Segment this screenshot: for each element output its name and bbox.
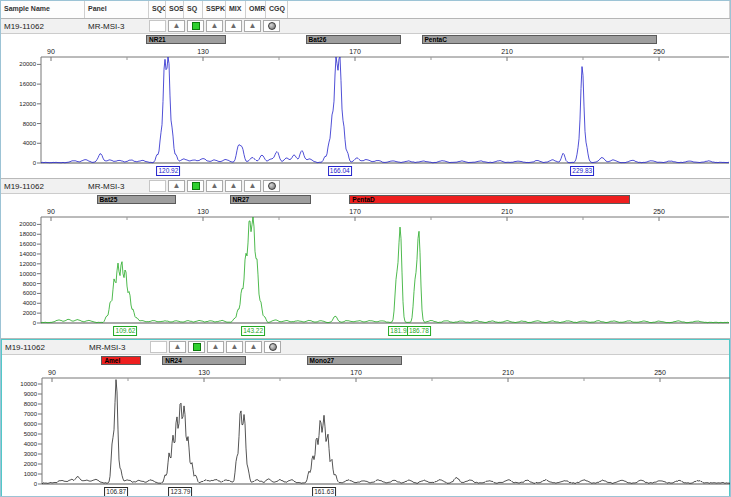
- svg-text:20000: 20000: [19, 61, 36, 67]
- warning-triangle-icon[interactable]: ▲: [168, 20, 185, 32]
- empty-flag-cell: [149, 20, 166, 32]
- panel3-sample-name: M19-11062: [2, 343, 86, 352]
- panel2-header: M19-11062 MR-MSI-3 ▲▲▲▲: [1, 179, 730, 194]
- warning-triangle-icon[interactable]: ▲: [244, 180, 261, 192]
- panel3-peak-label-row: 106.87123.79161.63: [2, 486, 729, 497]
- warning-triangle-icon[interactable]: ▲: [245, 341, 262, 353]
- panel1-quality-flags: ▲▲▲▲: [149, 19, 282, 34]
- marker-bar-bat26[interactable]: Bat26: [306, 35, 401, 44]
- empty-flag-cell: [149, 180, 166, 192]
- peak-size-label[interactable]: 106.87: [104, 487, 128, 497]
- marker-bar-nr21[interactable]: NR21: [146, 35, 226, 44]
- score-circle-icon[interactable]: [264, 341, 281, 353]
- svg-text:250: 250: [653, 208, 665, 215]
- svg-text:250: 250: [654, 369, 666, 376]
- panel2-marker-row: Bat25NR27PentaD: [1, 194, 730, 205]
- score-circle-icon[interactable]: [263, 20, 280, 32]
- panel3-header: M19-11062 MR-MSI-3 ▲▲▲▲: [2, 340, 729, 355]
- svg-text:6000: 6000: [23, 290, 37, 296]
- svg-text:8000: 8000: [24, 401, 38, 407]
- sample-row-panel-3-selected: M19-11062 MR-MSI-3 ▲▲▲▲ AmelNR24Mono27 9…: [1, 339, 730, 497]
- column-header-cgq: CGQ: [266, 1, 288, 18]
- column-header-sqo: SQO: [149, 1, 166, 18]
- svg-text:170: 170: [350, 369, 362, 376]
- svg-text:210: 210: [502, 369, 514, 376]
- x-axis: 90130170210250: [41, 208, 729, 221]
- sample-row-panel-1: M19-11062 MR-MSI-3 ▲▲▲▲ NR21Bat26PentaC …: [1, 19, 730, 179]
- warning-triangle-icon[interactable]: ▲: [206, 20, 223, 32]
- warning-triangle-icon[interactable]: ▲: [244, 20, 261, 32]
- svg-text:4000: 4000: [23, 300, 37, 306]
- peak-size-label[interactable]: 120.92: [156, 166, 180, 176]
- svg-text:90: 90: [47, 48, 55, 55]
- svg-text:8000: 8000: [23, 281, 37, 287]
- column-header-sspk: SSPK: [203, 1, 226, 18]
- warning-triangle-icon[interactable]: ▲: [225, 20, 242, 32]
- svg-text:10000: 10000: [20, 381, 37, 387]
- warning-triangle-icon[interactable]: ▲: [225, 180, 242, 192]
- warning-triangle-icon[interactable]: ▲: [207, 341, 224, 353]
- marker-bar-pentad[interactable]: PentaD: [349, 195, 630, 204]
- warning-triangle-icon[interactable]: ▲: [168, 180, 185, 192]
- sample-row-panel-2: M19-11062 MR-MSI-3 ▲▲▲▲ Bat25NR27PentaD …: [1, 179, 730, 339]
- svg-text:170: 170: [349, 48, 361, 55]
- svg-text:90: 90: [47, 208, 55, 215]
- trace: [42, 380, 730, 484]
- peak-size-label[interactable]: 143.22: [241, 326, 265, 336]
- panel2-peak-label-row: 109.62143.22181.92186.78: [1, 325, 730, 338]
- panel3-electropherogram[interactable]: 9013017021025001000200030004000500060007…: [2, 366, 731, 486]
- peak-size-label[interactable]: 229.83: [570, 166, 594, 176]
- marker-bar-amel[interactable]: Amel: [101, 356, 141, 365]
- svg-text:20000: 20000: [19, 221, 36, 227]
- column-header-sos: SOS: [166, 1, 184, 18]
- svg-text:1000: 1000: [24, 471, 38, 477]
- marker-bar-nr24[interactable]: NR24: [162, 356, 246, 365]
- warning-triangle-icon[interactable]: ▲: [226, 341, 243, 353]
- pass-square-icon[interactable]: [187, 180, 204, 192]
- panel3-marker-row: AmelNR24Mono27: [2, 355, 729, 366]
- marker-bar-pentac[interactable]: PentaC: [422, 35, 658, 44]
- score-circle-icon[interactable]: [263, 180, 280, 192]
- svg-text:90: 90: [48, 369, 56, 376]
- svg-text:16000: 16000: [19, 81, 36, 87]
- panel2-sample-name: M19-11062: [1, 182, 85, 191]
- panel1-peak-label-row: 120.92166.04229.83: [1, 165, 730, 178]
- trace: [41, 57, 729, 163]
- svg-text:210: 210: [501, 48, 513, 55]
- warning-triangle-icon[interactable]: ▲: [206, 180, 223, 192]
- svg-text:12000: 12000: [19, 101, 36, 107]
- panel1-header: M19-11062 MR-MSI-3 ▲▲▲▲: [1, 19, 730, 34]
- svg-text:4000: 4000: [24, 441, 38, 447]
- svg-text:12000: 12000: [19, 261, 36, 267]
- peak-size-label[interactable]: 166.04: [328, 166, 352, 176]
- peak-size-label[interactable]: 109.62: [114, 326, 138, 336]
- column-header-mix: MIX: [226, 1, 246, 18]
- svg-text:4000: 4000: [23, 140, 37, 146]
- svg-text:2000: 2000: [23, 310, 37, 316]
- warning-triangle-icon[interactable]: ▲: [169, 341, 186, 353]
- svg-text:2000: 2000: [24, 461, 38, 467]
- marker-bar-nr27[interactable]: NR27: [230, 195, 312, 204]
- svg-text:7000: 7000: [24, 411, 38, 417]
- y-axis: 040008000120001600020000: [19, 57, 41, 165]
- panel2-electropherogram[interactable]: 9013017021025002000400060008000100001200…: [1, 205, 731, 325]
- panel1-electropherogram[interactable]: 90130170210250040008000120001600020000: [1, 45, 731, 165]
- trace: [41, 217, 729, 323]
- panel3-quality-flags: ▲▲▲▲: [150, 340, 283, 355]
- empty-flag-cell: [150, 341, 167, 353]
- column-header-sq: SQ: [184, 1, 203, 18]
- svg-text:130: 130: [197, 208, 209, 215]
- peak-size-label[interactable]: 123.79: [168, 487, 192, 497]
- marker-bar-bat25[interactable]: Bat25: [97, 195, 177, 204]
- panel2-panel-name: MR-MSI-3: [85, 182, 149, 191]
- marker-bar-mono27[interactable]: Mono27: [307, 356, 402, 365]
- peak-size-label[interactable]: 161.63: [312, 487, 336, 497]
- x-axis: 90130170210250: [42, 369, 730, 382]
- pass-square-icon[interactable]: [188, 341, 205, 353]
- x-axis: 90130170210250: [41, 48, 729, 61]
- svg-text:5000: 5000: [24, 431, 38, 437]
- svg-text:18000: 18000: [19, 231, 36, 237]
- fragment-analysis-window: Sample Name Panel SQO SOS SQ SSPK MIX OM…: [0, 0, 731, 497]
- peak-size-label[interactable]: 186.78: [407, 326, 431, 336]
- pass-square-icon[interactable]: [187, 20, 204, 32]
